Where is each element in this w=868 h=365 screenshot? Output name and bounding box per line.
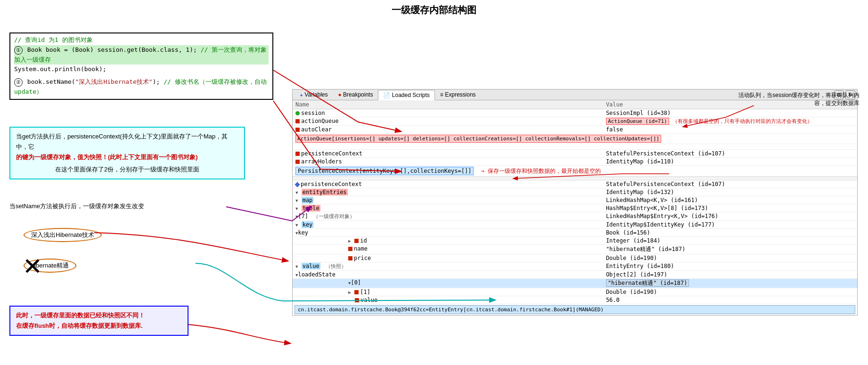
table-row: autoClear false [293,126,857,134]
tab-variables[interactable]: ⬥ Variables [295,89,333,100]
sq-icon8 [354,290,359,294]
table-row: session SessionImpl (id=38) [293,109,857,117]
row-pc2-name: persistenceContext [293,180,603,188]
row-loadedstate-name: loadedState [293,271,603,279]
oval1-label: 深入浅出Hibernate技术 [24,228,102,242]
row-table-value: HashMap$Entry<K,V>[8] (id=173) [603,204,857,212]
row-session-name: session [293,109,603,117]
row-key2-value: Book (id=156) [603,229,857,237]
table-row: key IdentityMap$IdentityKey (id=177) [293,221,857,229]
row-value-value: EntityEntry (id=180) [603,262,857,271]
row-0-name: [0] [293,279,603,288]
table-row: [7] （一级缓存对象） LinkedHashMap$Entry<K,V> (i… [293,212,857,221]
snapshot-label: （快照） [326,263,346,269]
table-row: loadedState Object[2] (id=197) [293,271,857,279]
table-row: price Double (id=190) [293,254,857,262]
var-table-top: Name Value session SessionImpl (id=38) a… [293,100,857,177]
table-row: [0] "hibernate精通" (id=187) [293,279,857,288]
tab-expressions[interactable]: ≡ Expressions [435,89,481,100]
row-autoclear-name: autoClear [293,126,603,134]
step2-badge: ② [14,78,23,87]
table-label: table [302,205,320,211]
row-value-name: value （快照） [293,262,603,271]
circle-icon [295,111,300,115]
tab-breakpoints-label: Breakpoints [343,91,373,98]
table-row-separator [293,144,857,150]
row-arrayholder-name: arrayHolders [293,158,603,166]
code-line1: ① Book book = (Book) session.get(Book.cl… [14,45,269,65]
col-name: Name [293,100,603,109]
table-row: arrayHolders IdentityMap (id=110) [293,158,857,166]
debug-panel: ⬥ Variables ● Breakpoints 📄 Loaded Scrip… [292,89,858,316]
square-red-icon2 [295,128,300,132]
table-row: table HashMap$Entry<K,V>[8] (id=173) [293,204,857,212]
var-table-bottom: persistenceContext StatefulPersistenceCo… [293,180,857,304]
desc-cyan-box: 当get方法执行后，persistenceContext(持久化上下文)里面就存… [9,127,245,179]
annotation-actionqueue-text: 活动队列，当session缓存变化时，将获得队列内容，提交到数据库 [738,92,860,106]
tri-icon8 [295,271,298,278]
row-key2-name: key [293,229,603,237]
row-price-name: price [293,254,603,262]
row-0-value: "hibernate精通" (id=187) [603,279,857,288]
row-1-value: Double (id=190) [603,288,857,296]
desc-cyan-line1: 当get方法执行后，persistenceContext(持久化上下文)里面就存… [16,131,238,152]
table-row: map LinkedHashMap<K,V> (id=161) [293,196,857,204]
table-row: persistenceContext StatefulPersistenceCo… [293,180,857,188]
row-persistence-value: StatefulPersistenceContext (id=107) [603,150,857,158]
code-line3: ② book.setName("深入浅出Hibernate技术"); // 修改… [14,77,269,97]
row-value2-name: value [293,296,603,304]
one-cache-label: （一级缓存对象） [313,213,355,219]
actionqueue-bar-row: ActionQueue[insertions=[] updates=[] del… [293,134,857,144]
tri-icon9 [348,279,351,286]
row-name-name: name [293,245,603,254]
row-id-value: Integer (id=184) [603,237,857,245]
row-session-value: SessionImpl (id=38) [603,109,857,117]
table-row: value （快照） EntityEntry (id=180) [293,262,857,271]
loaded-scripts-icon: 📄 [383,92,390,98]
tri-icon6 [295,229,298,236]
desc-cyan-line2: 的键为一级缓存对象，值为快照！(此时上下文里面有一个图书对象) [16,152,238,162]
row-key-value: IdentityMap$IdentityKey (id=177) [603,221,857,229]
tab-loaded-scripts-label: Loaded Scripts [392,92,430,98]
table-row: value 56.0 [293,296,857,304]
annotation-actionqueue: 活动队列，当session缓存变化时，将获得队列内容，提交到数据库 [737,91,860,107]
row-name-value: "hibernate精通" (id=187) [603,245,857,254]
square-red-icon3 [295,152,300,156]
table-row: actionQueue ActionQueue (id=71) （有很多域都是空… [293,117,857,126]
table-row: ActionQueue[insertions=[] updates=[] del… [293,134,857,144]
actionqueue-value-highlight: ActionQueue (id=71) [606,118,669,125]
table-row: key Book (id=156) [293,229,857,237]
persistence-bar-row: PersistenceContext[entityKeys=[],collect… [293,166,857,177]
table-row: name "hibernate精通" (id=187) [293,245,857,254]
row-map-value: LinkedHashMap<K,V> (id=161) [603,196,857,204]
row-table-name: table [293,204,603,212]
tri-icon3 [295,205,298,211]
desc-cyan-line3: 在这个里面保存了2份，分别存于一级缓存和快照里面 [16,164,238,175]
table-row: persistenceContext StatefulPersistenceCo… [293,150,857,158]
tab-breakpoints[interactable]: ● Breakpoints [333,89,378,100]
code-line3-main: book.setName("深入浅出Hibernate技术"); [27,78,164,85]
code-comment1: // 查询id 为1 的图书对象 [14,35,269,45]
row-loadedstate-value: Object[2] (id=197) [603,271,857,279]
desc-blue-box: 此时，一级缓存里面的数据已经和快照区不同！ 在缓存flush时，自动将缓存数据更… [9,306,188,336]
tri-icon4 [295,213,298,219]
tab-loaded-scripts[interactable]: 📄 Loaded Scripts [378,90,434,100]
code-block: // 查询id 为1 的图书对象 ① Book book = (Book) se… [9,32,273,100]
persistence-annotation: → 保存一级缓存和快照数据的，最开始都是空的 [481,168,601,174]
variables-icon: ⬥ [300,91,303,98]
val-0-highlight: "hibernate精通" (id=187) [606,279,689,287]
row-actionqueue-name: actionQueue [293,117,603,126]
row-price-value: Double (id=190) [603,254,857,262]
desc-cyan-red: 的键为一级缓存对象，值为快照！(此时上下文里面有一个图书对象) [16,154,198,161]
code-line1-main: Book book = (Book) session.get(Book.clas… [27,46,197,53]
setname-desc: 当setName方法被执行后，一级缓存对象发生改变 [9,202,144,211]
sq-icon6 [348,247,352,251]
actionqueue-bar: ActionQueue[insertions=[] updates=[] del… [295,135,661,143]
diamond-icon [295,182,300,187]
table-row: PersistenceContext[entityKeys=[],collect… [293,166,857,177]
row-value2-value: 56.0 [603,296,857,304]
persistence-bar: PersistenceContext[entityKeys=[],collect… [295,167,474,175]
row-1-name: ▶ [1] [293,288,603,296]
row-entity-entries-name: entityEntries [293,188,603,196]
square-red-icon [295,119,300,123]
